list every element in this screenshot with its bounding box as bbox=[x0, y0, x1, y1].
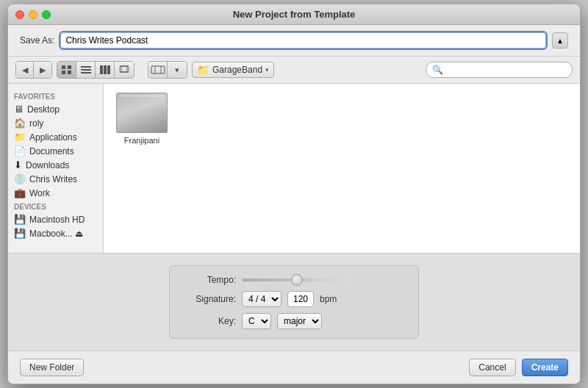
sidebar-item-label: Downloads bbox=[26, 160, 69, 170]
sidebar-item-downloads[interactable]: ⬇ Downloads bbox=[8, 158, 103, 172]
favorites-label: FAVORITES bbox=[8, 90, 103, 102]
nav-buttons: ◀ ▶ bbox=[15, 61, 52, 79]
downloads-icon: ⬇ bbox=[14, 159, 22, 170]
dialog-window: New Project from Template Save As: ▲ ◀ ▶ bbox=[7, 4, 581, 384]
sidebar-item-macbook[interactable]: 💾 Macbook... ⏏ bbox=[8, 226, 103, 240]
sidebar-item-macintoshhd[interactable]: 💾 Macintosh HD bbox=[8, 212, 103, 226]
signature-select[interactable]: 4 / 4 3 / 4 2 / 4 6 / 8 bbox=[242, 291, 282, 307]
folder-icon: 📁 bbox=[197, 64, 209, 76]
devices-label: DEVICES bbox=[8, 200, 103, 212]
footer: New Folder Cancel Create bbox=[8, 351, 580, 384]
coverflow-button-group: ▾ bbox=[148, 61, 187, 79]
window-title: New Project from Template bbox=[233, 9, 356, 20]
disk-icon: 💿 bbox=[14, 173, 26, 184]
sidebar-item-desktop[interactable]: 🖥 Desktop bbox=[8, 102, 103, 116]
minimize-button[interactable] bbox=[29, 10, 37, 19]
forward-button[interactable]: ▶ bbox=[34, 62, 51, 78]
sidebar-item-label: Documents bbox=[29, 146, 74, 157]
new-folder-button[interactable]: New Folder bbox=[20, 359, 84, 376]
sidebar-item-label: Desktop bbox=[27, 104, 60, 115]
sidebar-item-label: Macbook... ⏏ bbox=[29, 229, 83, 239]
sidebar: FAVORITES 🖥 Desktop 🏠 roly 📁 Application… bbox=[8, 84, 104, 253]
signature-row: Signature: 4 / 4 3 / 4 2 / 4 6 / 8 bpm bbox=[184, 291, 404, 307]
key-row: Key: C D E F G A B major minor bbox=[184, 313, 404, 329]
settings-panel: Tempo: Signature: 4 / 4 3 / 4 2 / 4 6 / … bbox=[8, 253, 580, 351]
file-name: Franjipani bbox=[124, 136, 159, 145]
file-thumbnail bbox=[116, 93, 168, 133]
sidebar-item-documents[interactable]: 📄 Documents bbox=[8, 144, 103, 158]
bpm-input[interactable] bbox=[287, 291, 314, 307]
svg-rect-3 bbox=[68, 71, 71, 74]
svg-rect-7 bbox=[100, 65, 103, 74]
sidebar-item-applications[interactable]: 📁 Applications bbox=[8, 130, 103, 144]
main-area: FAVORITES 🖥 Desktop 🏠 roly 📁 Application… bbox=[8, 84, 580, 253]
sidebar-item-roly[interactable]: 🏠 roly bbox=[8, 116, 103, 130]
traffic-lights bbox=[15, 10, 51, 19]
save-as-row: Save As: ▲ bbox=[8, 25, 580, 57]
bpm-label: bpm bbox=[320, 294, 337, 304]
cover-view-button[interactable] bbox=[115, 62, 134, 78]
svg-rect-8 bbox=[104, 65, 107, 74]
titlebar: New Project from Template bbox=[8, 4, 580, 25]
tempo-slider[interactable] bbox=[242, 279, 352, 281]
list-view-button[interactable] bbox=[76, 62, 96, 78]
toolbar: ◀ ▶ ▾ 📁 GarageBand bbox=[8, 57, 580, 84]
svg-rect-4 bbox=[81, 66, 91, 68]
work-icon: 💼 bbox=[14, 187, 26, 198]
key-label: Key: bbox=[184, 316, 236, 326]
maximize-button[interactable] bbox=[42, 10, 51, 19]
macbook-icon: 💾 bbox=[14, 228, 26, 239]
chevron-down-icon: ▾ bbox=[265, 66, 269, 73]
icon-view-button[interactable] bbox=[57, 62, 76, 78]
sidebar-item-work[interactable]: 💼 Work bbox=[8, 186, 103, 200]
sidebar-item-chriswrites[interactable]: 💿 Chris Writes bbox=[8, 172, 103, 186]
view-buttons bbox=[57, 61, 135, 79]
svg-rect-6 bbox=[81, 72, 91, 73]
list-item[interactable]: Franjipani bbox=[112, 93, 171, 145]
dropdown-view-button[interactable]: ▾ bbox=[168, 62, 187, 78]
settings-area: Tempo: Signature: 4 / 4 3 / 4 2 / 4 6 / … bbox=[169, 265, 419, 339]
coverflow-button[interactable] bbox=[148, 62, 168, 78]
harddisk-icon: 💾 bbox=[14, 214, 26, 225]
svg-rect-2 bbox=[62, 71, 65, 74]
documents-icon: 📄 bbox=[14, 146, 26, 157]
applications-icon: 📁 bbox=[14, 132, 26, 143]
tempo-label: Tempo: bbox=[184, 275, 236, 285]
sidebar-item-label: Applications bbox=[29, 132, 77, 143]
svg-rect-12 bbox=[126, 67, 129, 71]
search-icon: 🔍 bbox=[432, 65, 443, 75]
search-input[interactable] bbox=[446, 65, 566, 75]
sidebar-item-label: roly bbox=[29, 118, 43, 129]
svg-rect-1 bbox=[68, 65, 71, 69]
desktop-icon: 🖥 bbox=[14, 104, 24, 115]
cancel-button[interactable]: Cancel bbox=[469, 359, 515, 376]
svg-rect-11 bbox=[119, 67, 122, 71]
expand-button[interactable]: ▲ bbox=[552, 32, 568, 48]
save-as-input[interactable] bbox=[60, 32, 546, 48]
create-button[interactable]: Create bbox=[522, 359, 568, 376]
column-view-button[interactable] bbox=[96, 62, 115, 78]
scale-select[interactable]: major minor bbox=[277, 313, 322, 329]
back-button[interactable]: ◀ bbox=[16, 62, 34, 78]
signature-label: Signature: bbox=[184, 294, 236, 304]
home-icon: 🏠 bbox=[14, 118, 26, 129]
svg-rect-0 bbox=[62, 65, 65, 69]
action-buttons: Cancel Create bbox=[469, 359, 568, 376]
close-button[interactable] bbox=[15, 10, 24, 19]
svg-rect-5 bbox=[81, 69, 91, 71]
location-dropdown[interactable]: 📁 GarageBand ▾ bbox=[192, 62, 274, 78]
svg-rect-13 bbox=[151, 66, 165, 73]
location-label: GarageBand bbox=[212, 65, 262, 75]
sidebar-item-label: Macintosh HD bbox=[29, 215, 85, 225]
content-area: Franjipani bbox=[104, 84, 580, 253]
sidebar-item-label: Chris Writes bbox=[29, 174, 77, 184]
tempo-slider-container bbox=[242, 279, 404, 281]
sidebar-item-label: Work bbox=[29, 188, 50, 198]
search-box[interactable]: 🔍 bbox=[426, 62, 573, 78]
svg-rect-9 bbox=[107, 65, 110, 74]
save-as-label: Save As: bbox=[20, 35, 54, 46]
tempo-row: Tempo: bbox=[184, 275, 404, 285]
key-select[interactable]: C D E F G A B bbox=[242, 313, 271, 329]
